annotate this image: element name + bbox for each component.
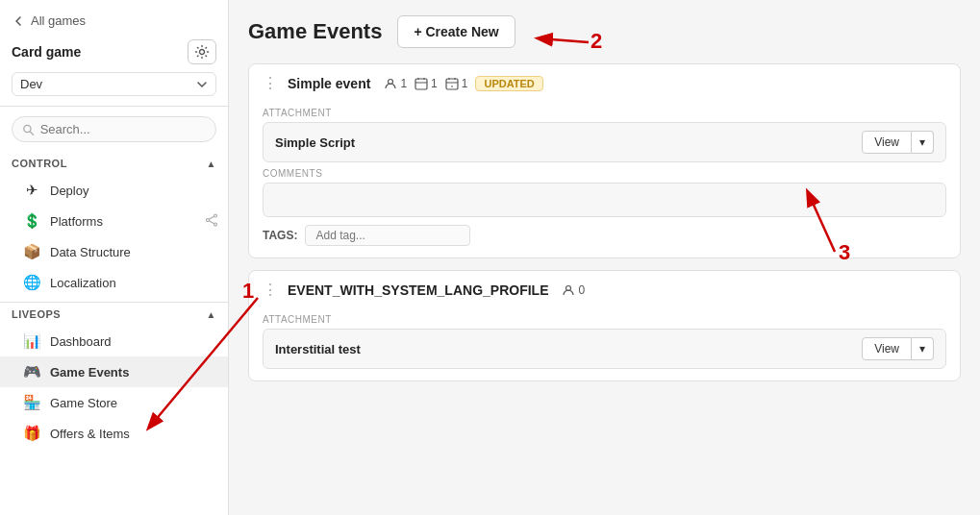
game-events-label: Game Events: [50, 365, 129, 380]
search-icon: [22, 123, 35, 136]
game-name: Card game: [12, 44, 81, 60]
share-icon: [205, 213, 218, 230]
simple-event-name: Simple event: [288, 76, 370, 91]
search-box[interactable]: [12, 116, 216, 142]
platforms-icon: 💲: [23, 212, 40, 230]
page-header: Game Events + Create New: [248, 15, 961, 48]
svg-point-3: [214, 214, 217, 217]
page-title: Game Events: [248, 19, 382, 44]
event-meta-simple: 1 1 1 UPDATED: [384, 76, 542, 91]
liveops-section-label: LIVEOPS: [12, 308, 61, 320]
deploy-icon: ✈: [23, 182, 40, 199]
drag-handle-2[interactable]: ⋮: [263, 281, 278, 299]
attachment-name-2: Interstitial test: [275, 342, 361, 356]
game-store-label: Game Store: [50, 396, 117, 410]
event-card-header-simple: ⋮ Simple event 1 1 1 UPDATED: [249, 64, 960, 102]
sidebar-item-platforms[interactable]: 💲 Platforms: [0, 206, 228, 236]
tags-label-simple: TAGS:: [263, 229, 297, 242]
system-lang-event-name: EVENT_WITH_SYSTEM_LANG_PROFILE: [288, 282, 548, 298]
environment-selector[interactable]: Dev: [12, 72, 216, 96]
all-games-button[interactable]: All games: [12, 10, 216, 32]
event-body-system-lang: ATTACHMENT Interstitial test View ▾: [249, 314, 960, 380]
dashboard-icon: 📊: [23, 332, 40, 350]
view-dropdown-simple[interactable]: ▾: [912, 131, 934, 154]
sidebar-item-game-events[interactable]: 🎮 Game Events: [0, 356, 228, 387]
event-meta-system-lang: 0: [562, 283, 585, 297]
attachment-row-2: Interstitial test View ▾: [263, 329, 946, 369]
svg-rect-9: [415, 79, 427, 89]
view-button-simple[interactable]: View: [862, 131, 912, 154]
participants-count: 1: [400, 77, 407, 90]
svg-line-2: [31, 132, 34, 135]
control-section-label: CONTROL: [12, 158, 67, 169]
gear-button[interactable]: [188, 39, 216, 64]
svg-point-0: [200, 50, 205, 55]
calendar2-count: 1: [462, 77, 468, 90]
sidebar-item-data-structure[interactable]: 📦 Data Structure: [0, 236, 228, 267]
event-body-simple: ATTACHMENT Simple Script View ▾ COMMENTS…: [249, 108, 960, 258]
sidebar-item-localization[interactable]: 🌐 Localization: [0, 267, 228, 298]
svg-rect-13: [446, 79, 458, 89]
chevron-down-icon: [196, 79, 208, 90]
deploy-label: Deploy: [50, 184, 88, 198]
attachment-label-simple: ATTACHMENT: [263, 108, 946, 118]
participants-badge-2: 0: [562, 283, 585, 297]
participants-badge: 1: [384, 77, 407, 90]
game-store-icon: 🏪: [23, 394, 40, 411]
localization-label: Localization: [50, 276, 116, 290]
status-badge-simple: UPDATED: [475, 76, 542, 91]
sidebar: All games Card game Dev CONTROL: [0, 0, 229, 515]
liveops-chevron[interactable]: ▲: [207, 309, 216, 320]
liveops-section-header: LIVEOPS ▲: [0, 302, 228, 326]
svg-point-4: [214, 223, 217, 226]
svg-line-7: [209, 220, 214, 223]
view-btn-group-2: View ▾: [862, 337, 934, 360]
person-icon: [384, 77, 397, 90]
participants-count-2: 0: [578, 283, 585, 297]
control-chevron[interactable]: ▲: [207, 159, 216, 169]
data-structure-label: Data Structure: [50, 245, 131, 259]
sidebar-item-game-store[interactable]: 🏪 Game Store: [0, 387, 228, 418]
svg-point-5: [207, 218, 210, 221]
event-card-simple-event: ⋮ Simple event 1 1 1 UPDATED ATTACHMENT: [248, 63, 961, 258]
event-card-system-lang: ⋮ EVENT_WITH_SYSTEM_LANG_PROFILE 0 ATTAC…: [248, 270, 961, 381]
attachment-name-simple: Simple Script: [275, 135, 355, 150]
create-new-button[interactable]: + Create New: [397, 15, 515, 48]
environment-label: Dev: [20, 77, 42, 91]
comments-box-simple[interactable]: [263, 183, 946, 217]
calendar2-icon: [445, 77, 459, 90]
search-input[interactable]: [40, 122, 206, 136]
game-header: Card game: [12, 39, 216, 64]
view-btn-group-simple: View ▾: [862, 131, 934, 154]
calendar2-badge: 1: [445, 77, 468, 90]
offers-items-icon: 🎁: [23, 425, 40, 442]
attachment-label-2: ATTACHMENT: [263, 314, 946, 325]
tags-row-simple: TAGS:: [263, 225, 946, 246]
data-structure-icon: 📦: [23, 243, 40, 260]
sidebar-item-offers-items[interactable]: 🎁 Offers & Items: [0, 418, 228, 449]
view-button-2[interactable]: View: [862, 337, 912, 360]
view-dropdown-2[interactable]: ▾: [912, 337, 934, 360]
event-card-header-system-lang: ⋮ EVENT_WITH_SYSTEM_LANG_PROFILE 0: [249, 271, 960, 308]
sidebar-item-deploy[interactable]: ✈ Deploy: [0, 175, 228, 206]
back-arrow-icon: [12, 14, 25, 28]
sidebar-item-dashboard[interactable]: 📊 Dashboard: [0, 326, 228, 356]
offers-items-label: Offers & Items: [50, 427, 130, 441]
main-content: Game Events + Create New ⋮ Simple event …: [229, 0, 980, 515]
game-events-icon: 🎮: [23, 363, 40, 380]
comments-label-simple: COMMENTS: [263, 168, 946, 179]
gear-icon: [194, 44, 210, 60]
tag-input-simple[interactable]: [305, 225, 470, 246]
dashboard-label: Dashboard: [50, 334, 112, 349]
drag-handle[interactable]: ⋮: [263, 74, 278, 92]
localization-icon: 🌐: [23, 274, 40, 291]
control-section-header: CONTROL ▲: [0, 152, 228, 175]
attachment-row-simple: Simple Script View ▾: [263, 122, 946, 162]
platforms-label: Platforms: [50, 214, 103, 229]
calendar1-badge: 1: [415, 77, 438, 90]
all-games-label: All games: [31, 13, 86, 28]
svg-line-6: [209, 216, 214, 219]
calendar-icon: [415, 77, 428, 90]
svg-point-1: [24, 125, 31, 132]
person-icon-2: [562, 283, 575, 297]
